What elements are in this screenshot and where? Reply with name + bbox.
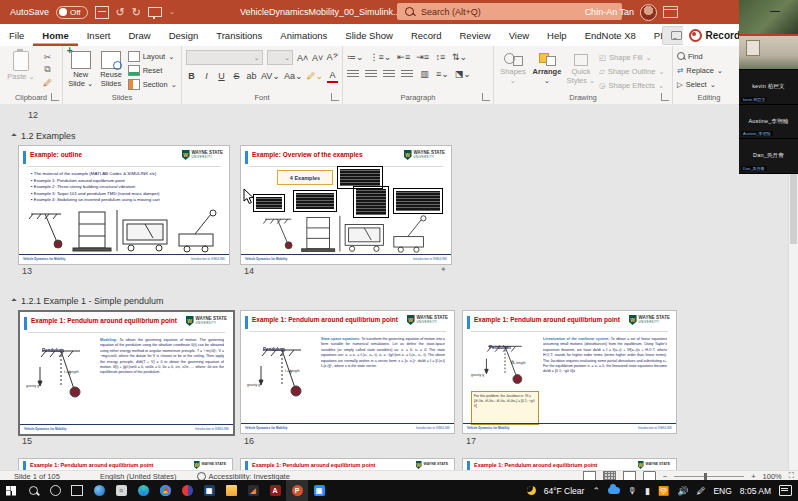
scrollbar-thumb[interactable] [790, 174, 797, 244]
align-right-icon[interactable] [383, 70, 395, 79]
ribbon-display-options-icon[interactable] [663, 6, 678, 18]
line-spacing-icon[interactable]: ↕≡ [435, 51, 446, 63]
slide-thumbnail-18-partial[interactable]: Example 1: Pendulum around equilibrium p… [18, 458, 233, 470]
format-painter-icon[interactable]: 🖉 [41, 77, 54, 88]
replace-button[interactable]: ⇄Replace ⌄ [677, 64, 723, 76]
layout-button[interactable]: Layout ⌄ [128, 50, 177, 62]
start-button[interactable] [0, 480, 22, 501]
slide-thumbnail-14[interactable]: Example: Overview of the examples W WAYN… [240, 145, 452, 265]
increase-font-icon[interactable]: A˄ [297, 52, 308, 64]
document-title[interactable]: VehicleDynamicsMobility_00_Simulink...▾ [240, 0, 408, 24]
tab-slide-show[interactable]: Slide Show [336, 24, 402, 46]
edge-icon[interactable] [132, 480, 154, 501]
section-header-example1[interactable]: 1.2.1 Example 1 - Simple pendulum [12, 296, 164, 306]
new-slide-button[interactable]: New Slide ⌄ [67, 49, 94, 88]
bold-button[interactable]: B [186, 70, 197, 82]
tab-endnote[interactable]: EndNote X8 [576, 24, 645, 46]
file-explorer-icon[interactable] [220, 480, 242, 501]
decrease-font-icon[interactable]: A˅ [312, 52, 323, 64]
text-direction-icon[interactable]: ⇅⌄ [452, 51, 467, 63]
highlight-color-icon[interactable]: 🖉⌄ [306, 70, 323, 82]
slide-thumbnail-19-partial[interactable]: Example 1: Pendulum around equilibrium p… [240, 458, 455, 470]
participant-name-tile[interactable]: kevin 柏巨文 kevin 柏巨文 [739, 70, 798, 105]
decrease-indent-icon[interactable]: ⇤≡ [397, 51, 410, 63]
search-input[interactable] [419, 6, 593, 18]
clock[interactable]: 8:05 AM [740, 486, 771, 496]
section-button[interactable]: Section ⌄ [128, 78, 177, 90]
font-name-select[interactable]: ⌄ [186, 50, 263, 65]
slide-thumbnail-20-partial[interactable]: Example 1: Pendulum around equilibrium p… [462, 458, 677, 470]
cortana-icon[interactable] [44, 480, 66, 501]
columns-icon[interactable]: ▥ [419, 68, 430, 80]
smartart-convert-icon[interactable]: ⬔⌄ [455, 68, 471, 80]
tab-insert[interactable]: Insert [78, 24, 120, 46]
reuse-slides-button[interactable]: Reuse Slides [97, 49, 124, 88]
shape-outline-button[interactable]: ▱ Shape Outline ⌄ [599, 65, 665, 77]
quick-styles-button[interactable]: Quick Styles ⌄ [566, 49, 596, 85]
spreadsheet-app-icon[interactable]: ▦ [198, 480, 220, 501]
photos-app-icon[interactable] [176, 480, 198, 501]
strikethrough-button[interactable]: S [231, 70, 242, 82]
paragraph-dialog-launcher[interactable] [482, 93, 490, 101]
tab-file[interactable]: File [0, 24, 33, 46]
participant-name-tile[interactable]: Dan_吳丹青 Dan_吳丹青 [739, 139, 798, 174]
taskbar-search-icon[interactable] [22, 480, 44, 501]
tab-record[interactable]: Record [402, 24, 451, 46]
copy-icon[interactable]: ⧉ [41, 64, 54, 75]
slide-thumbnail-15[interactable]: Example 1: Pendulum around equilibrium p… [18, 310, 235, 436]
align-center-icon[interactable] [365, 70, 377, 79]
microphone-tray-icon[interactable]: 🎙 [628, 486, 637, 496]
text-shadow-icon[interactable]: ab [246, 70, 257, 82]
battery-icon[interactable]: ▮ [645, 486, 650, 496]
notification-center-icon[interactable] [779, 485, 792, 496]
tab-design[interactable]: Design [160, 24, 208, 46]
character-spacing-icon[interactable]: AV⌄ [261, 70, 280, 82]
tab-view[interactable]: View [500, 24, 538, 46]
select-button[interactable]: ▷Select ⌄ [677, 78, 716, 90]
acrobat-icon[interactable]: A [264, 480, 286, 501]
zoom-app-icon[interactable]: ▣ [308, 480, 330, 501]
clipboard-dialog-launcher[interactable] [51, 93, 59, 101]
tab-draw[interactable]: Draw [119, 24, 159, 46]
underline-button[interactable]: U [216, 70, 227, 82]
matlab-icon[interactable]: ◢ [242, 480, 264, 501]
shapes-button[interactable]: Shapes⌄ [498, 49, 528, 85]
language-indicator[interactable]: ENG [713, 486, 731, 496]
shape-fill-button[interactable]: ◰ Shape Fill ⌄ [599, 51, 665, 63]
drawing-dialog-launcher[interactable] [661, 93, 669, 101]
volume-icon[interactable]: 🔊 [677, 486, 688, 496]
vertical-scrollbar[interactable] [788, 170, 798, 470]
onedrive-icon[interactable] [608, 487, 620, 494]
record-button[interactable]: Record [683, 25, 746, 45]
slide-thumbnail-17[interactable]: Example 1: Pendulum around equilibrium p… [462, 310, 677, 434]
task-view-icon[interactable] [66, 480, 88, 501]
powerpoint-taskbar-icon[interactable]: P [286, 480, 308, 501]
section-collapse-icon[interactable] [11, 298, 17, 304]
change-case-icon[interactable]: Aa⌄ [284, 70, 303, 82]
zoom-slider-thumb[interactable] [704, 473, 707, 480]
notes-app-icon[interactable]: ≡ [110, 480, 132, 501]
tray-expand-icon[interactable]: ⌃ [592, 486, 600, 496]
save-icon[interactable] [95, 6, 109, 19]
section-header-examples[interactable]: 1.2 Examples [12, 131, 76, 141]
find-button[interactable]: Find [677, 50, 703, 62]
tab-help[interactable]: Help [538, 24, 576, 46]
align-text-icon[interactable]: ≡⌄ [436, 68, 449, 80]
autosave-toggle[interactable]: Off [56, 6, 88, 19]
clear-formatting-icon[interactable]: A𝄢 [327, 52, 338, 64]
shape-effects-button[interactable]: ◶ Shape Effects ⌄ [599, 79, 665, 91]
justify-icon[interactable] [401, 70, 413, 79]
slide-thumbnail-13[interactable]: Example: outline W WAYNE STATEUNIVERSITY… [18, 145, 230, 265]
tab-transitions[interactable]: Transitions [207, 24, 271, 46]
numbering-icon[interactable]: ⋮≡⌄ [370, 51, 392, 63]
reset-button[interactable]: Reset [128, 64, 177, 76]
redo-icon[interactable]: ↻ [132, 7, 141, 18]
participant-video-tile[interactable] [739, 0, 798, 36]
user-avatar[interactable] [640, 4, 657, 21]
arrange-button[interactable]: Arrange⌄ [531, 49, 563, 85]
increase-indent-icon[interactable]: ⇥≡ [416, 51, 429, 63]
paste-button[interactable]: Paste ⌄ [4, 49, 38, 82]
participant-video-tile[interactable] [739, 36, 798, 71]
zoom-slider[interactable] [674, 476, 744, 477]
font-dialog-launcher[interactable] [331, 93, 339, 101]
